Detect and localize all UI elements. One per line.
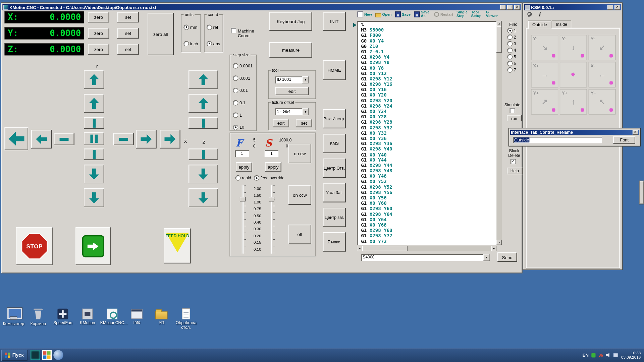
hscroll-thumb[interactable]: [362, 246, 408, 251]
jog-y-plus-fast-button[interactable]: [84, 70, 104, 89]
desktop-icon[interactable]: Обработка стол.: [174, 308, 198, 329]
ksm-tab[interactable]: Outside: [528, 20, 551, 28]
desktop-icon[interactable]: Info: [125, 308, 149, 329]
settings-wrench-icon[interactable]: [527, 12, 533, 18]
keyboard-jog-button[interactable]: Keyboard Jog: [269, 12, 312, 31]
set-button[interactable]: set: [117, 44, 139, 55]
fixture-combo[interactable]: 1 - G54: [275, 108, 309, 115]
font-button[interactable]: Font: [613, 136, 635, 144]
feedrate-apply-button[interactable]: apply: [236, 162, 252, 172]
minimize-button[interactable]: [500, 5, 506, 10]
ksm-tab[interactable]: Inside: [552, 20, 572, 28]
send-button[interactable]: Send: [497, 252, 517, 262]
scroll-right-icon[interactable]: ►: [491, 246, 496, 251]
macro-button[interactable]: Выс.Инстр.: [323, 109, 346, 129]
file-radio[interactable]: 2: [507, 35, 516, 39]
language-indicator[interactable]: EN: [582, 353, 589, 358]
toolbar-button[interactable]: Tool Setup: [470, 9, 484, 20]
slider-track[interactable]: [242, 185, 244, 254]
jog-x-minus-step-button[interactable]: [54, 133, 74, 145]
tool-combo[interactable]: ID 1001: [275, 76, 309, 83]
toolbar-button[interactable]: G Viewer: [485, 9, 499, 20]
desktop-icon[interactable]: KMotionCNC...: [100, 308, 124, 329]
toolbar-button[interactable]: New: [356, 9, 373, 20]
slider-thumb[interactable]: [269, 197, 274, 201]
measure-button[interactable]: measure: [269, 42, 312, 58]
ksm-close-button[interactable]: [614, 5, 620, 10]
jog-direction-image[interactable]: Y+ ↗: [531, 89, 558, 115]
jog-z-minus-step-button[interactable]: [189, 148, 218, 160]
jog-z-plus-step-button[interactable]: [189, 117, 218, 129]
block-delete-checkbox[interactable]: [511, 159, 515, 164]
cycle-start-button[interactable]: [75, 227, 111, 265]
slider-track[interactable]: [271, 185, 272, 254]
step-size-option[interactable]: 0.1: [233, 100, 253, 105]
help-button[interactable]: Help: [507, 168, 523, 175]
units-option[interactable]: mm: [184, 24, 198, 29]
step-size-option[interactable]: 0.01: [233, 88, 253, 93]
coord-option[interactable]: rel: [207, 24, 220, 29]
toolbar-button[interactable]: Save As: [413, 9, 432, 20]
units-option[interactable]: inch: [184, 41, 198, 46]
scroll-down-icon[interactable]: ▼: [496, 240, 502, 245]
jog-y-minus-fast-button[interactable]: [84, 188, 104, 207]
zero-button[interactable]: zero: [88, 28, 109, 39]
spindle-apply-button[interactable]: apply: [265, 162, 281, 172]
dropdown-icon[interactable]: [302, 76, 309, 83]
mdi-command-combo[interactable]: S4000: [361, 254, 490, 261]
quicklaunch-browser-icon[interactable]: [53, 350, 63, 360]
ksm-titlebar[interactable]: KSM 0.0.1a: [524, 4, 621, 10]
macro-button[interactable]: Центр.Отв.: [323, 159, 346, 178]
jog-x-minus-button[interactable]: [31, 130, 52, 148]
file-radio[interactable]: 4: [507, 48, 516, 52]
step-size-option[interactable]: 1: [233, 113, 253, 118]
scroll-up-icon[interactable]: ▲: [496, 21, 502, 26]
jog-z-minus-fast-button[interactable]: [189, 188, 218, 207]
desktop-icon[interactable]: Компьютер: [2, 308, 25, 329]
set-button[interactable]: set: [117, 12, 139, 23]
spindle-override-slider[interactable]: [268, 185, 275, 254]
stop-button[interactable]: STOP: [16, 227, 53, 265]
file-radio[interactable]: 6: [507, 61, 516, 65]
display-tray-icon[interactable]: [613, 353, 619, 357]
toolbar-button[interactable]: Save: [394, 9, 412, 20]
gcode-editor[interactable]: %M3S8000G1F800G0X0 Y4G0Z10G1Z-0.1G1X298 …: [357, 21, 496, 245]
ksm-minimize-button[interactable]: [607, 5, 613, 10]
jog-x-plus-button[interactable]: [136, 130, 156, 148]
desktop-icon[interactable]: УП: [150, 308, 173, 329]
jog-z-plus-fast-button[interactable]: [189, 70, 218, 89]
jog-direction-image[interactable]: Y- ↓: [560, 35, 587, 60]
start-button[interactable]: Пуск: [1, 350, 28, 361]
override-mode-option[interactable]: feed override: [254, 176, 284, 180]
maximize-button[interactable]: [507, 5, 513, 10]
spindle-input[interactable]: 1: [265, 150, 279, 157]
cpu-temp-indicator[interactable]: 36: [598, 353, 603, 357]
jog-direction-image[interactable]: X- ←: [589, 62, 616, 87]
jog-y-plus-button[interactable]: [84, 94, 104, 113]
spindle-on-cw-button[interactable]: on cw: [288, 144, 312, 164]
jog-direction-image[interactable]: Y+ ↑: [560, 89, 587, 115]
file-radio[interactable]: 5: [507, 55, 516, 59]
simulate-checkbox[interactable]: [510, 108, 515, 113]
jog-y-plus-step-button[interactable]: [84, 117, 104, 129]
jog-direction-image[interactable]: Y+ ↖: [589, 89, 616, 115]
step-size-option[interactable]: 0.001: [233, 75, 253, 80]
jog-z-plus-button[interactable]: [189, 94, 218, 113]
override-mode-option[interactable]: rapid: [236, 176, 251, 180]
toolbar-button[interactable]: Open: [374, 9, 393, 20]
jog-direction-image[interactable]: X+ →: [531, 62, 558, 87]
dropdown-icon[interactable]: [483, 254, 490, 261]
init-button[interactable]: INIT: [323, 12, 346, 31]
feedrate-input[interactable]: 1: [235, 150, 249, 157]
coord-option[interactable]: abs: [207, 41, 220, 46]
zero-button[interactable]: zero: [88, 44, 109, 55]
quicklaunch-desktop-icon[interactable]: [42, 350, 52, 360]
spindle-off-button[interactable]: off: [288, 225, 312, 244]
dropdown-icon[interactable]: [302, 108, 309, 115]
feed-override-slider[interactable]: [239, 185, 247, 254]
home-button[interactable]: HOME: [323, 60, 346, 80]
zero-all-button[interactable]: zero all: [148, 13, 174, 55]
jog-direction-image[interactable]: Y- ↘: [531, 35, 558, 60]
jog-x-plus-step-button[interactable]: [113, 133, 134, 145]
dialog-titlebar[interactable]: Interface_Tab_Control_ReName: [510, 130, 639, 135]
